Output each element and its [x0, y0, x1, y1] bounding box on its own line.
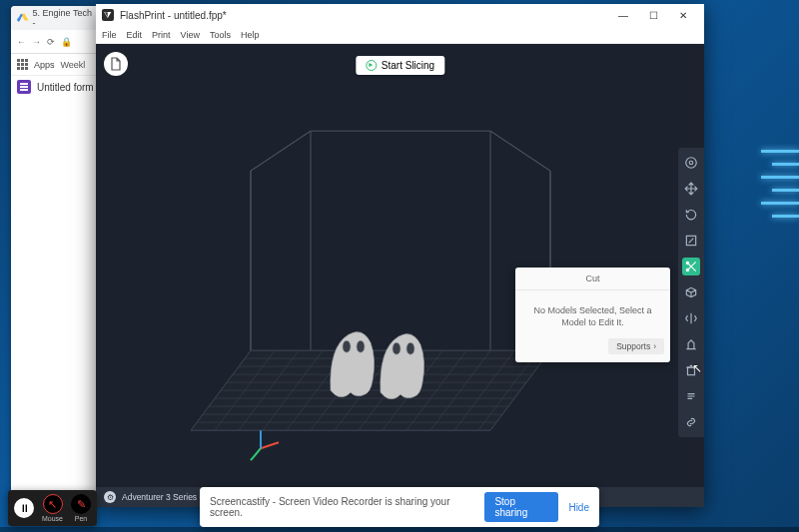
document-button[interactable]	[104, 52, 128, 76]
tool-mirror[interactable]	[682, 309, 700, 327]
mouse-tool-button[interactable]: ↖ Mouse	[42, 494, 63, 522]
start-slicing-label: Start Slicing	[382, 60, 434, 71]
supports-button[interactable]: Supports ›	[608, 338, 664, 354]
screencastify-text: Screencastify - Screen Video Recorder is…	[210, 496, 474, 518]
google-forms-icon	[17, 80, 31, 94]
chrome-window: 5. Engine Tech - ← → ⟳ 🔒 Apps Weekl Unti…	[11, 6, 101, 503]
svg-line-27	[251, 448, 261, 460]
menu-file[interactable]: File	[102, 30, 117, 40]
chrome-url-bar[interactable]: ← → ⟳ 🔒	[11, 30, 101, 54]
svg-point-31	[393, 342, 400, 354]
svg-rect-38	[688, 367, 695, 375]
menubar: File Edit Print View Tools Help	[96, 26, 704, 44]
stop-sharing-button[interactable]: Stop sharing	[484, 492, 558, 522]
cursor-icon: ↖	[43, 494, 63, 514]
lock-icon: 🔒	[61, 37, 72, 47]
play-icon	[366, 60, 377, 71]
printer-icon[interactable]: ⚙	[104, 491, 116, 503]
svg-point-29	[343, 340, 351, 352]
right-toolbar	[678, 148, 704, 437]
reload-icon[interactable]: ⟳	[47, 37, 55, 47]
svg-point-32	[406, 342, 414, 354]
tool-scale[interactable]	[682, 232, 700, 250]
menu-print[interactable]: Print	[152, 30, 171, 40]
screencastify-bar: Screencastify - Screen Video Recorder is…	[200, 487, 599, 527]
pen-tool-button[interactable]: ✎ Pen	[71, 494, 91, 522]
tool-cut[interactable]	[682, 258, 700, 275]
titlebar[interactable]: ⧩ FlashPrint - untitled.fpp* — ☐ ✕	[96, 4, 704, 26]
pen-icon: ✎	[71, 494, 91, 514]
svg-point-30	[357, 340, 365, 352]
start-slicing-button[interactable]: Start Slicing	[356, 56, 444, 75]
tab-title: 5. Engine Tech -	[33, 8, 95, 28]
bookmark-weekly[interactable]: Weekl	[61, 60, 86, 70]
tool-move[interactable]	[682, 180, 700, 198]
supports-label: Supports	[616, 341, 650, 351]
file-name: Untitled form	[37, 82, 94, 93]
pen-label: Pen	[75, 515, 87, 522]
cut-panel-message: No Models Selected, Select a Model to Ed…	[515, 290, 670, 338]
mouse-label: Mouse	[42, 515, 63, 522]
recorder-toolbar: ⏸ ↖ Mouse ✎ Pen	[8, 490, 97, 526]
svg-line-26	[261, 442, 279, 448]
nav-forward-icon[interactable]: →	[32, 37, 41, 47]
bookmark-apps[interactable]: Apps	[34, 60, 55, 70]
viewport[interactable]: Start Slicing	[96, 44, 704, 487]
cut-panel: Cut No Models Selected, Select a Model t…	[515, 267, 670, 362]
tool-supports[interactable]	[682, 335, 700, 353]
svg-point-33	[689, 161, 693, 165]
maximize-button[interactable]: ☐	[638, 4, 668, 26]
tool-more[interactable]	[682, 387, 700, 405]
pause-icon: ⏸	[14, 498, 34, 518]
tool-link[interactable]	[682, 413, 700, 431]
menu-tools[interactable]: Tools	[210, 30, 231, 40]
close-button[interactable]: ✕	[668, 4, 698, 26]
tool-extrude[interactable]	[682, 283, 700, 301]
windows-taskbar[interactable]	[0, 527, 799, 532]
google-drive-icon	[17, 12, 29, 24]
menu-help[interactable]: Help	[241, 30, 260, 40]
apps-icon[interactable]	[17, 59, 28, 70]
hide-button[interactable]: Hide	[568, 502, 589, 513]
minimize-button[interactable]: —	[608, 4, 638, 26]
chevron-right-icon: ›	[653, 341, 656, 351]
tool-rotate[interactable]	[682, 206, 700, 224]
menu-view[interactable]: View	[181, 30, 200, 40]
flashprint-window: ⧩ FlashPrint - untitled.fpp* — ☐ ✕ File …	[96, 4, 704, 507]
window-title: FlashPrint - untitled.fpp*	[120, 10, 227, 21]
app-logo-icon: ⧩	[102, 9, 114, 21]
tool-view[interactable]	[682, 154, 700, 172]
tool-delete[interactable]	[682, 361, 700, 379]
bookmarks-bar: Apps Weekl	[11, 54, 101, 76]
drive-file-row[interactable]: Untitled form	[11, 76, 101, 98]
svg-point-34	[686, 158, 697, 169]
file-icon	[110, 57, 122, 71]
nav-back-icon[interactable]: ←	[17, 37, 26, 47]
cut-panel-title: Cut	[515, 267, 670, 290]
pause-button[interactable]: ⏸	[14, 498, 34, 519]
chrome-tab[interactable]: 5. Engine Tech -	[11, 6, 101, 30]
menu-edit[interactable]: Edit	[127, 30, 143, 40]
